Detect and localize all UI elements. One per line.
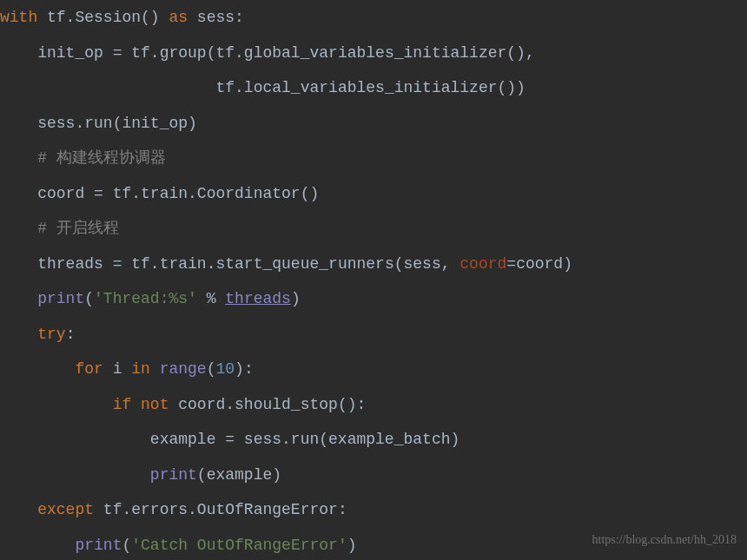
code-line-7: # 开启线程 [0,211,747,247]
indent [0,115,37,132]
code-line-6: coord = tf.train.Coordinator() [0,176,747,212]
indent [0,326,37,343]
space [131,396,141,413]
builtin-print: print [75,537,122,554]
code-text: tf.Session() [37,9,169,26]
builtin-range: range [160,360,207,378]
code-text: sess: [188,9,244,26]
variable-threads: threads [225,290,291,307]
code-text: tf.local_variables_initializer()) [215,79,525,96]
keyword-not: not [141,396,169,413]
code-text: (example) [197,466,281,484]
keyword-try: try [37,326,65,343]
code-line-5: # 构建线程协调器 [0,141,747,176]
indent [0,537,75,554]
code-text: example = sess.run(example_batch) [150,431,459,448]
keyword-except: except [37,501,94,518]
code-text: coord.should_stop(): [169,396,366,413]
number-literal: 10 [215,360,235,378]
indent [0,360,75,378]
builtin-print: print [150,466,197,484]
keyword-for: for [75,360,102,378]
keyword-as: as [169,9,188,26]
code-text: =coord) [506,255,572,273]
indent [0,79,215,96]
code-line-12: if not coord.should_stop(): [0,387,747,423]
code-editor: with tf.Session() as sess: init_op = tf.… [0,0,747,560]
indent [0,220,37,237]
indent [0,431,150,448]
code-text: init_op = tf.group(tf.global_variables_i… [37,44,535,62]
code-text: coord = tf.train.Coordinator() [37,185,319,202]
paren: ): [235,360,254,378]
code-text: tf.errors.OutOfRangeError: [94,501,347,518]
indent [0,466,150,484]
string-literal: 'Thread:%s' [94,290,197,307]
paren: ( [207,360,216,378]
code-line-2: init_op = tf.group(tf.global_variables_i… [0,36,747,71]
keyword-with: with [0,9,37,26]
code-text: threads = tf.train.start_queue_runners(s… [37,255,459,273]
space [150,360,160,378]
string-literal: 'Catch OutOfRangeError' [131,537,347,554]
code-line-4: sess.run(init_op) [0,106,747,142]
var-i: i [103,360,131,378]
watermark-text: https://blog.csdn.net/hh_2018 [592,526,737,554]
indent [0,44,37,62]
paren: ) [347,537,357,554]
code-line-13: example = sess.run(example_batch) [0,422,747,458]
code-line-9: print('Thread:%s' % threads) [0,281,747,317]
paren: ( [122,537,131,554]
indent [0,396,113,413]
builtin-print: print [37,290,84,307]
operator: % [197,290,225,307]
colon: : [66,326,76,343]
code-line-11: for i in range(10): [0,352,747,387]
indent [0,149,37,167]
code-text: sess.run(init_op) [37,115,197,132]
keyword-if: if [113,396,132,413]
comment: # 构建线程协调器 [37,149,166,167]
indent [0,185,37,202]
code-line-15: except tf.errors.OutOfRangeError: [0,492,747,528]
param-coord: coord [459,255,506,273]
code-line-8: threads = tf.train.start_queue_runners(s… [0,247,747,282]
code-line-10: try: [0,317,747,352]
paren: ) [291,290,301,307]
indent [0,501,37,518]
code-line-3: tf.local_variables_initializer()) [0,70,747,106]
comment: # 开启线程 [37,220,119,237]
code-line-14: print(example) [0,458,747,493]
indent [0,290,37,307]
indent [0,255,37,273]
paren: ( [84,290,94,307]
keyword-in: in [131,360,150,378]
code-line-1: with tf.Session() as sess: [0,0,747,36]
